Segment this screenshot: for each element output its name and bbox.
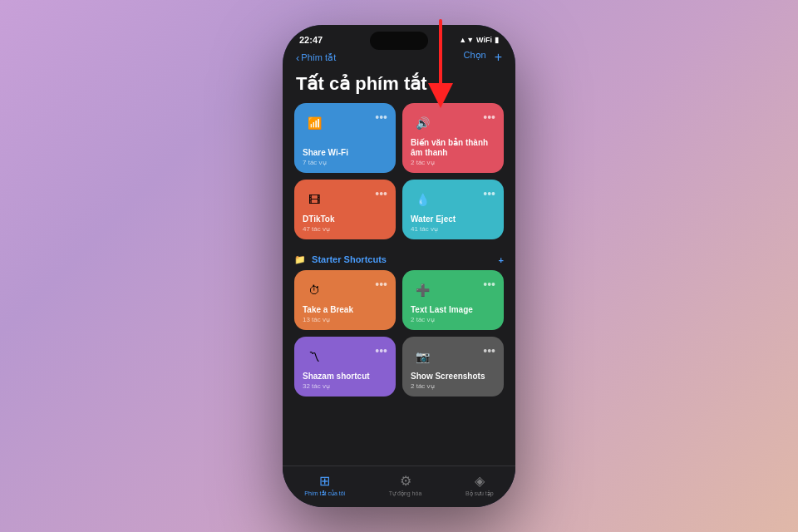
tab-shortcuts[interactable]: ⊞ Phím tắt của tôi: [304, 473, 345, 497]
shortcut-card-water-eject[interactable]: 💧 ••• Water Eject 41 tác vụ: [402, 180, 504, 239]
card-title: Share Wi-Fi: [303, 148, 387, 158]
card-menu-icon[interactable]: •••: [375, 278, 387, 290]
shortcut-card-dtiktok[interactable]: 🎞 ••• DTikTok 47 tác vụ: [294, 180, 396, 239]
wifi-shortcut-icon: 📶: [303, 111, 326, 135]
tab-automation-label: Tự động hóa: [389, 490, 422, 497]
shortcut-card-take-break[interactable]: ⏱ ••• Take a Break 13 tác vụ: [294, 270, 396, 330]
tab-bar: ⊞ Phím tắt của tôi ⚙ Tự động hóa ◈ Bộ sư…: [283, 466, 515, 507]
card-title: Take a Break: [303, 305, 387, 315]
add-button[interactable]: +: [495, 50, 502, 65]
card-menu-icon[interactable]: •••: [375, 111, 387, 123]
card-subtitle: 2 tác vụ: [411, 316, 495, 323]
card-menu-icon[interactable]: •••: [483, 278, 495, 290]
back-label: Phím tắt: [301, 52, 336, 63]
status-icons: ▲▼ WiFi ▮: [459, 36, 499, 44]
card-subtitle: 2 tác vụ: [411, 159, 495, 166]
card-subtitle: 13 tác vụ: [303, 316, 387, 323]
card-title: Text Last Image: [411, 305, 495, 315]
card-title: Shazam shortcut: [303, 372, 387, 382]
shortcut-card-share-wifi[interactable]: 📶 ••• Share Wi-Fi 7 tác vụ: [294, 103, 396, 173]
tab-automation[interactable]: ⚙ Tự động hóa: [389, 473, 422, 497]
message-shortcut-icon: ➕: [411, 278, 434, 302]
audio-shortcut-icon: 🔊: [411, 111, 434, 135]
shortcut-card-text-speech[interactable]: 🔊 ••• Biến văn bản thành âm thanh 2 tác …: [402, 103, 504, 173]
main-content: 📶 ••• Share Wi-Fi 7 tác vụ 🔊 •••: [283, 103, 515, 466]
status-time: 22:47: [299, 35, 323, 45]
card-subtitle: 32 tác vụ: [303, 382, 387, 390]
card-title: Biến văn bản thành âm thanh: [411, 138, 495, 158]
card-subtitle: 2 tác vụ: [411, 382, 495, 390]
tiktok-shortcut-icon: 🎞: [303, 188, 326, 211]
nav-actions: Chọn +: [463, 50, 502, 65]
section-label: Starter Shortcuts: [312, 254, 387, 264]
card-menu-icon[interactable]: •••: [483, 111, 495, 123]
tab-gallery-label: Bộ sưu tập: [466, 490, 494, 497]
starter-shortcuts-grid: ⏱ ••• Take a Break 13 tác vụ ➕ •••: [294, 270, 504, 397]
card-title: DTikTok: [303, 214, 387, 224]
battery-icon: ▮: [495, 36, 499, 44]
phone-screen: 22:47 ▲▼ WiFi ▮ ‹ Phím tắt Chọn +: [283, 25, 515, 507]
card-title: Water Eject: [411, 214, 495, 224]
shazam-shortcut-icon: 〽: [303, 345, 326, 368]
water-shortcut-icon: 💧: [411, 188, 434, 211]
dynamic-island: [370, 32, 428, 50]
automation-tab-icon: ⚙: [400, 473, 411, 489]
phone-frame: 22:47 ▲▼ WiFi ▮ ‹ Phím tắt Chọn +: [283, 25, 515, 507]
folder-icon: 📁: [294, 254, 306, 264]
card-menu-icon[interactable]: •••: [483, 345, 495, 357]
signal-icon: ▲▼: [459, 36, 474, 44]
page-title: Tất cả phím tắt: [283, 71, 515, 103]
chevron-left-icon: ‹: [296, 52, 299, 64]
card-subtitle: 41 tác vụ: [411, 225, 495, 233]
card-menu-icon[interactable]: •••: [375, 188, 387, 200]
timer-shortcut-icon: ⏱: [303, 278, 326, 302]
wifi-icon: WiFi: [476, 36, 492, 44]
card-subtitle: 47 tác vụ: [303, 225, 387, 233]
shortcut-card-shazam[interactable]: 〽 ••• Shazam shortcut 32 tác vụ: [294, 337, 396, 397]
starter-section-header: 📁 Starter Shortcuts +: [294, 249, 504, 270]
section-add-button[interactable]: +: [499, 255, 504, 265]
card-menu-icon[interactable]: •••: [483, 188, 495, 200]
gallery-tab-icon: ◈: [475, 473, 485, 489]
tab-gallery[interactable]: ◈ Bộ sưu tập: [466, 473, 494, 497]
section-title: 📁 Starter Shortcuts: [294, 254, 387, 265]
shortcut-card-text-last-image[interactable]: ➕ ••• Text Last Image 2 tác vụ: [402, 270, 504, 330]
tab-shortcuts-label: Phím tắt của tôi: [304, 490, 345, 497]
shortcuts-grid: 📶 ••• Share Wi-Fi 7 tác vụ 🔊 •••: [294, 103, 504, 239]
shortcut-card-screenshots[interactable]: 📷 ••• Show Screenshots 2 tác vụ: [402, 337, 504, 397]
card-title: Show Screenshots: [411, 372, 495, 382]
nav-bar: ‹ Phím tắt Chọn +: [283, 48, 515, 71]
select-button[interactable]: Chọn: [463, 50, 485, 65]
shortcuts-tab-icon: ⊞: [319, 473, 330, 489]
back-button[interactable]: ‹ Phím tắt: [296, 52, 336, 64]
card-subtitle: 7 tác vụ: [303, 159, 387, 166]
screenshot-shortcut-icon: 📷: [411, 345, 434, 368]
card-menu-icon[interactable]: •••: [375, 345, 387, 357]
